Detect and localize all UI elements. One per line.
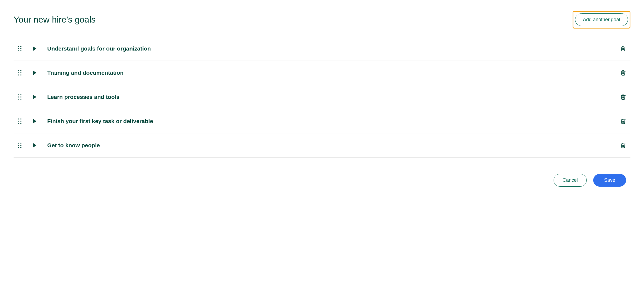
trash-icon [620, 142, 626, 149]
trash-icon [620, 45, 626, 52]
trash-icon [620, 118, 626, 124]
save-button[interactable]: Save [593, 174, 626, 187]
trash-icon [620, 94, 626, 100]
goal-row: Understand goals for our organization [14, 37, 630, 61]
goal-title: Get to know people [47, 142, 619, 149]
drag-handle-icon[interactable] [17, 45, 22, 52]
goal-row: Training and documentation [14, 61, 630, 85]
goal-title: Understand goals for our organization [47, 45, 619, 52]
delete-goal-button[interactable] [619, 117, 627, 126]
goal-title: Finish your first key task or deliverabl… [47, 118, 619, 124]
page-header: Your new hire's goals Add another goal [14, 11, 630, 29]
footer-actions: Cancel Save [14, 174, 630, 187]
goal-row: Learn processes and tools [14, 85, 630, 109]
goal-row: Get to know people [14, 133, 630, 158]
add-goal-highlight: Add another goal [573, 11, 630, 29]
drag-handle-icon[interactable] [17, 142, 22, 149]
expand-toggle-icon[interactable] [33, 71, 36, 75]
expand-toggle-icon[interactable] [33, 143, 36, 148]
expand-toggle-icon[interactable] [33, 95, 36, 99]
add-another-goal-button[interactable]: Add another goal [575, 13, 628, 26]
goals-list: Understand goals for our organization Tr… [14, 37, 630, 158]
cancel-button[interactable]: Cancel [554, 174, 587, 187]
goal-title: Training and documentation [47, 70, 619, 76]
delete-goal-button[interactable] [619, 141, 627, 150]
delete-goal-button[interactable] [619, 68, 627, 77]
drag-handle-icon[interactable] [17, 70, 22, 76]
delete-goal-button[interactable] [619, 44, 627, 53]
drag-handle-icon[interactable] [17, 118, 22, 124]
drag-handle-icon[interactable] [17, 94, 22, 100]
trash-icon [620, 70, 626, 76]
expand-toggle-icon[interactable] [33, 119, 36, 123]
page-title: Your new hire's goals [14, 15, 96, 25]
goal-row: Finish your first key task or deliverabl… [14, 109, 630, 133]
expand-toggle-icon[interactable] [33, 46, 36, 51]
goal-title: Learn processes and tools [47, 94, 619, 100]
delete-goal-button[interactable] [619, 93, 627, 101]
